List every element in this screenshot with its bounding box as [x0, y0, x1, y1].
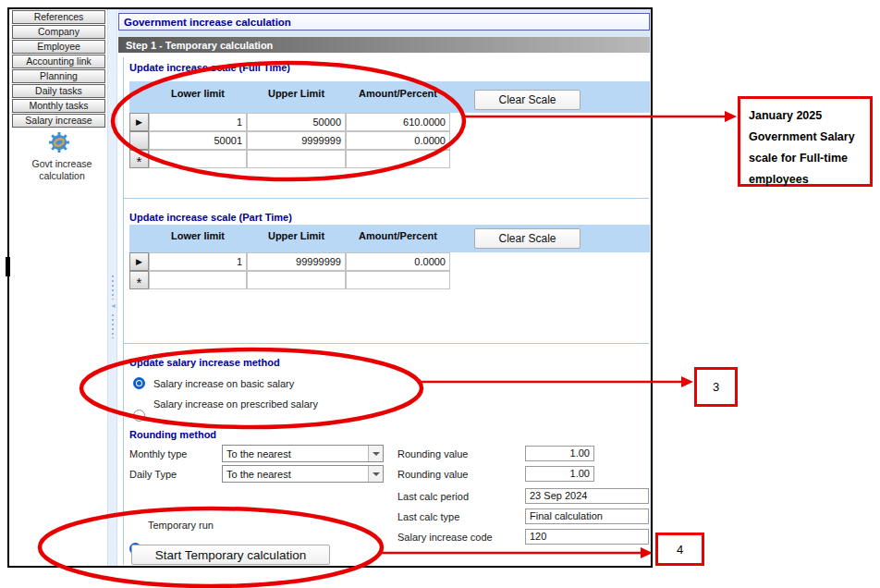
fulltime-row1-lower[interactable]: 1	[149, 113, 247, 131]
rounding-value-field-1[interactable]: 1.00	[525, 446, 594, 461]
splitter-collapse-icon[interactable]: ◄	[110, 302, 116, 309]
group-border-left	[123, 57, 124, 565]
panel-title: Government increase calculation	[118, 13, 650, 31]
monthly-type-dropdown-icon[interactable]	[368, 446, 383, 461]
rounding-value-field-2[interactable]: 1.00	[525, 466, 594, 482]
sidebar-item-employee[interactable]: Employee	[12, 40, 105, 54]
rounding-value-label-1: Rounding value	[397, 448, 468, 459]
rounding-value-label-2: Rounding value	[397, 469, 468, 480]
salary-increase-code-label: Salary increase code	[397, 532, 493, 543]
fulltime-row2-amount[interactable]: 0.0000	[346, 131, 450, 150]
fulltime-row2-lower[interactable]: 50001	[149, 131, 247, 150]
fulltime-col-upper: Upper Limit	[247, 88, 346, 99]
step-header-text: Step 1 - Temporary calculation	[126, 40, 273, 51]
last-calc-type-label: Last calc type	[397, 511, 459, 522]
splitter-dots-bottom	[112, 314, 114, 338]
last-calc-period-field[interactable]: 23 Sep 2024	[525, 488, 649, 504]
parttime-section-title: Update increase scale (Part Time)	[129, 212, 292, 223]
screen: References Company Employee Accounting l…	[0, 0, 880, 588]
radio-basic-salary-label[interactable]: Salary increase on basic salary	[153, 378, 294, 389]
last-calc-type-field[interactable]: Final calculation	[525, 508, 649, 524]
fulltime-newrow-amount[interactable]	[346, 150, 450, 168]
radio-basic-salary[interactable]	[133, 377, 145, 389]
fulltime-newrow-upper[interactable]	[247, 150, 346, 168]
step-header: Step 1 - Temporary calculation	[118, 37, 650, 53]
salary-increase-code-field[interactable]: 120	[525, 529, 649, 545]
govt-increase-tool-label[interactable]: Govt increase calculation	[18, 158, 106, 182]
fulltime-row1-upper[interactable]: 50000	[247, 113, 346, 131]
radio-temporary-run-label[interactable]: Temporary run	[148, 520, 214, 531]
fulltime-newrow-selector[interactable]: *	[129, 150, 149, 168]
parttime-row1-upper[interactable]: 99999999	[247, 252, 346, 271]
fulltime-row1-selector[interactable]: ▶	[129, 113, 149, 131]
method-section-title: Update salary increase method	[129, 357, 280, 368]
monthly-type-value: To the nearest	[223, 448, 368, 459]
radio-prescribed-salary[interactable]	[133, 410, 145, 422]
splitter-dots-top	[112, 276, 114, 300]
sidebar-item-company[interactable]: Company	[12, 25, 105, 39]
daily-type-label: Daily Type	[129, 469, 177, 480]
sidebar-item-salary-increase[interactable]: Salary increase	[12, 114, 105, 128]
annotation-note-fulltime: January 2025 Government Salary scale for…	[738, 96, 873, 187]
parttime-clear-scale-button[interactable]: Clear Scale	[474, 228, 581, 249]
parttime-newrow-amount[interactable]	[346, 271, 450, 289]
radio-prescribed-salary-label[interactable]: Salary increase on prescribed salary	[153, 398, 318, 410]
parttime-row1-selector[interactable]: ▶	[129, 252, 149, 271]
parttime-col-amount: Amount/Percent	[346, 230, 450, 241]
monthly-type-label: Monthly type	[129, 448, 187, 459]
group-border-parttime-bottom	[123, 343, 649, 344]
fulltime-newrow-lower[interactable]	[149, 150, 247, 168]
window-resize-handle[interactable]	[6, 257, 10, 276]
rounding-section-title: Rounding method	[129, 429, 216, 440]
daily-type-value: To the nearest	[223, 469, 368, 480]
panel-title-text: Government increase calculation	[124, 17, 291, 28]
sidebar-item-daily-tasks[interactable]: Daily tasks	[12, 84, 105, 98]
monthly-type-select[interactable]: To the nearest	[222, 445, 384, 462]
parttime-newrow-selector[interactable]: *	[129, 271, 149, 289]
parttime-newrow-lower[interactable]	[149, 271, 247, 289]
fulltime-col-lower: Lower limit	[149, 88, 247, 99]
last-calc-period-label: Last calc period	[397, 491, 469, 502]
sidebar-item-monthly-tasks[interactable]: Monthly tasks	[12, 99, 105, 113]
group-border-fulltime-bottom	[123, 198, 649, 199]
fulltime-row2-selector[interactable]	[129, 131, 149, 150]
fulltime-clear-scale-button[interactable]: Clear Scale	[474, 90, 581, 110]
govt-increase-gear-icon[interactable]	[48, 131, 70, 153]
fulltime-row1-amount[interactable]: 610.0000	[346, 113, 450, 131]
gear-icon	[48, 131, 70, 153]
fulltime-section-title: Update increase scale (Full Time)	[129, 62, 290, 73]
parttime-row1-lower[interactable]: 1	[149, 252, 247, 271]
fulltime-row2-upper[interactable]: 9999999	[247, 131, 346, 150]
parttime-col-lower: Lower limit	[149, 230, 247, 241]
daily-type-select[interactable]: To the nearest	[222, 465, 384, 483]
annotation-note-4: 4	[655, 533, 704, 566]
daily-type-dropdown-icon[interactable]	[368, 466, 383, 482]
parttime-col-upper: Upper Limit	[247, 230, 346, 241]
parttime-row1-amount[interactable]: 0.0000	[346, 252, 450, 271]
sidebar-item-references[interactable]: References	[12, 10, 105, 24]
parttime-newrow-upper[interactable]	[247, 271, 346, 289]
sidebar-splitter[interactable]: ◄	[107, 9, 117, 566]
sidebar-item-planning[interactable]: Planning	[12, 69, 105, 83]
start-temporary-calculation-button[interactable]: Start Temporary calculation	[131, 545, 330, 565]
fulltime-col-amount: Amount/Percent	[346, 88, 450, 99]
annotation-note-3: 3	[694, 367, 738, 407]
sidebar-item-accounting-link[interactable]: Accounting link	[12, 55, 105, 68]
